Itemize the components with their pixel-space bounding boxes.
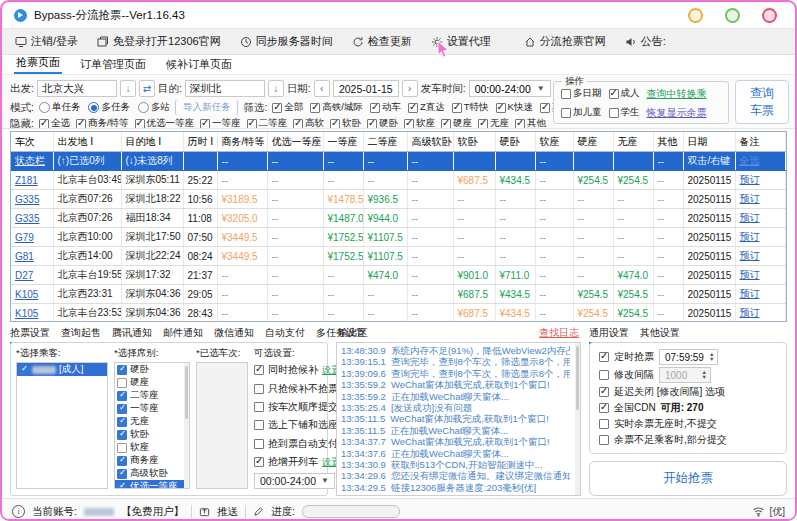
seat-list-scrollbar[interactable]: [184, 363, 189, 488]
seat-item[interactable]: 商务座: [115, 454, 189, 467]
seat-item[interactable]: 高级软卧: [115, 467, 189, 480]
order-submit-option[interactable]: 按车次顺序提交: [254, 399, 322, 415]
column-header[interactable]: 日期: [683, 132, 735, 152]
timed-grab-row[interactable]: 定时抢票 07:59:59 ▲▼: [599, 349, 777, 365]
spinner-arrows-icon[interactable]: ▲▼: [702, 370, 707, 380]
autopay-option[interactable]: 抢到票自动支付: [254, 436, 322, 452]
hide-checkbox[interactable]: 一等座: [200, 117, 241, 129]
berth-seat-option[interactable]: 选上下铺和选座: [254, 417, 322, 433]
column-header[interactable]: 二等座: [363, 132, 407, 152]
mode-radio[interactable]: 单任务: [39, 101, 81, 114]
hide-checkbox[interactable]: 软座: [404, 117, 435, 129]
settings-tab[interactable]: 微信通知: [214, 326, 254, 342]
output-log-box[interactable]: 13:48:30.9系统内存不足(91%)，降低WebView2内存占用，防止崩…: [336, 342, 581, 496]
filter-checkbox[interactable]: T特快: [452, 101, 489, 114]
date-field[interactable]: 2025-01-15: [333, 80, 399, 97]
hide-checkbox[interactable]: 无座: [478, 117, 509, 129]
hide-checkbox[interactable]: 二等座: [247, 117, 288, 129]
column-header[interactable]: 硬卧: [495, 132, 535, 152]
column-header[interactable]: 历时 Ⅰ: [183, 132, 217, 152]
table-row[interactable]: Z181北京丰台03:49深圳东05:1125:22----------¥687…: [11, 171, 786, 190]
delay-close-row[interactable]: 延迟关闭 [修改间隔] 选项: [599, 385, 777, 399]
adult-checkbox[interactable]: 成人: [609, 87, 640, 100]
to-station-input[interactable]: [185, 80, 265, 97]
filter-checkbox[interactable]: 高铁/城际: [310, 101, 363, 114]
menu-item-official-site[interactable]: 分流抢票官网: [524, 34, 606, 49]
column-header[interactable]: 软卧: [453, 132, 495, 152]
extra-train-option[interactable]: 抢增开列车 设置: [254, 454, 322, 470]
seat-item[interactable]: 优选一等座: [115, 480, 189, 489]
push-label[interactable]: 推送: [217, 505, 238, 519]
page-tab[interactable]: 订单管理页面: [78, 57, 148, 74]
next-date-button[interactable]: ›: [402, 80, 418, 97]
table-row[interactable]: G81北京西14:00深圳北22:2408:24¥3449.5--¥1752.5…: [11, 247, 786, 266]
table-row[interactable]: 状态栏(↑)已选0列(↓)未选8列--------------双击/右键全选: [11, 152, 786, 171]
seat-item[interactable]: 二等座: [115, 389, 189, 402]
table-row[interactable]: K105北京西23:31深圳东04:3629:05----------¥687.…: [11, 285, 786, 304]
passenger-listbox[interactable]: [成人]: [16, 362, 108, 489]
cdn-row[interactable]: 全国CDN 可用: 270: [599, 401, 777, 415]
candidate-option[interactable]: 同时抢候补 设置: [254, 362, 322, 378]
column-header[interactable]: 其他: [653, 132, 683, 152]
hide-checkbox[interactable]: 全选: [39, 117, 70, 129]
filter-checkbox[interactable]: 全部: [272, 101, 303, 114]
add-child-checkbox[interactable]: 加儿童: [561, 106, 602, 119]
no-seat-row[interactable]: 实时余票无座时,不提交: [599, 417, 777, 431]
column-header[interactable]: 出发地 Ⅰ: [53, 132, 121, 152]
table-row[interactable]: K105北京丰台23:53深圳东04:3628:43----------¥687…: [11, 304, 786, 323]
column-header[interactable]: 优选一等座: [267, 132, 323, 152]
hide-checkbox[interactable]: 硬座: [441, 117, 472, 129]
maximize-button[interactable]: [725, 8, 740, 23]
hide-checkbox[interactable]: 其他: [515, 117, 546, 129]
multi-date-checkbox[interactable]: 多日期: [561, 87, 602, 100]
depart-time-select[interactable]: 00:00-24:00 ▼: [469, 80, 551, 97]
prev-date-button[interactable]: ‹: [314, 80, 330, 97]
column-header[interactable]: 目的地 Ⅰ: [121, 132, 183, 152]
from-dropdown-button[interactable]: ↓: [120, 80, 136, 97]
filter-checkbox[interactable]: Z直达: [408, 101, 445, 114]
settings-tab[interactable]: 其他设置: [640, 326, 680, 342]
settings-tab[interactable]: 查询起售: [61, 326, 101, 342]
interval-row[interactable]: 修改间隔 1000 ▲▼: [599, 367, 777, 383]
seat-item[interactable]: 硬座: [115, 376, 189, 389]
page-tab[interactable]: 抢票页面: [14, 55, 62, 74]
start-grab-button[interactable]: 开始抢票: [589, 461, 787, 496]
menu-item-open-12306[interactable]: 免登录打开12306官网: [97, 34, 221, 49]
column-header[interactable]: 备注: [735, 132, 786, 152]
selected-train-listbox[interactable]: [196, 362, 248, 489]
menu-item-logout[interactable]: 注销/登录: [15, 34, 78, 49]
swap-stations-button[interactable]: ⇄: [139, 80, 155, 97]
from-station-input[interactable]: [37, 80, 117, 97]
seat-item[interactable]: 软卧: [115, 428, 189, 441]
seat-item[interactable]: 硬卧: [115, 363, 189, 376]
page-tab[interactable]: 候补订单页面: [164, 57, 234, 74]
interval-spinner[interactable]: 1000 ▲▼: [659, 367, 711, 383]
column-header[interactable]: 商务/特等: [217, 132, 267, 152]
column-header[interactable]: 无座: [613, 132, 653, 152]
hide-checkbox[interactable]: 硬卧: [367, 117, 398, 129]
filter-checkbox[interactable]: 动车: [370, 101, 401, 114]
table-row[interactable]: G335北京西07:26深圳北18:2210:56¥3189.5--¥1478.…: [11, 190, 786, 209]
seat-item[interactable]: 软座: [115, 441, 189, 454]
to-dropdown-button[interactable]: ↓: [268, 80, 284, 97]
transfer-search-link[interactable]: 查询中转换乘: [647, 87, 707, 101]
settings-tab[interactable]: 邮件通知: [163, 326, 203, 342]
timed-grab-spinner[interactable]: 07:59:59 ▲▼: [659, 349, 718, 365]
table-row[interactable]: G335北京西07:26福田18:3411:08¥3205.0--¥1487.0…: [11, 209, 786, 228]
table-row[interactable]: G79北京西10:00深圳北17:5007:50¥3449.5--¥1752.5…: [11, 228, 786, 247]
settings-tab[interactable]: 自动支付: [265, 326, 305, 342]
passenger-item[interactable]: [成人]: [17, 363, 107, 376]
menu-item-set-proxy[interactable]: 设置代理: [431, 34, 491, 49]
student-checkbox[interactable]: 学生: [609, 106, 640, 119]
extra-train-time-select[interactable]: 00:00-24:00 ▼: [254, 473, 335, 489]
menu-item-check-update[interactable]: 检查更新: [352, 34, 412, 49]
hide-checkbox[interactable]: 软卧: [330, 117, 361, 129]
seat-listbox[interactable]: 硬卧硬座二等座一等座无座软卧软座商务座高级软卧优选一等座: [114, 362, 190, 489]
mode-radio[interactable]: 多任务: [88, 101, 130, 114]
table-row[interactable]: D27北京丰台19:55深圳17:3221:37------¥474.0--¥9…: [11, 266, 786, 285]
seat-item[interactable]: 一等座: [115, 402, 189, 415]
seat-item[interactable]: 无座: [115, 415, 189, 428]
menu-item-announcement[interactable]: 公告:: [625, 34, 666, 49]
column-header[interactable]: 车次: [11, 132, 53, 152]
hide-checkbox[interactable]: 商务/特等: [76, 117, 129, 129]
